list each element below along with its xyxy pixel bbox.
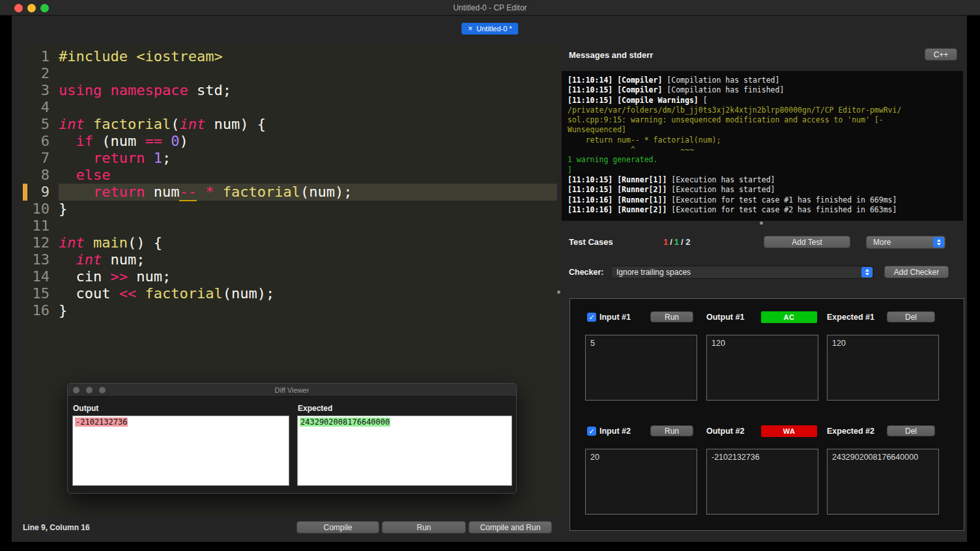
zoom-window-icon[interactable] bbox=[40, 4, 49, 12]
code-line[interactable]: 15 cout << factorial(num); bbox=[23, 285, 557, 302]
code-line[interactable]: 5int factorial(int num) { bbox=[23, 116, 557, 133]
tab-label: Untitled-0 * bbox=[476, 25, 512, 33]
language-button[interactable]: C++ bbox=[925, 48, 957, 61]
console-line: [11:10:16] [Runner[1]] [Execution for te… bbox=[568, 195, 957, 205]
test-case-2: ✓Input #2RunOutput #2WAExpected #2Del20-… bbox=[570, 425, 964, 530]
compile-button[interactable]: Compile bbox=[296, 521, 379, 533]
code-text: else bbox=[59, 167, 557, 184]
gutter-margin bbox=[23, 285, 27, 302]
diff-zoom-icon[interactable] bbox=[99, 387, 106, 393]
diff-output-panel[interactable]: -2102132736 bbox=[72, 416, 289, 486]
tab-untitled-0[interactable]: × Untitled-0 * bbox=[461, 23, 518, 35]
code-line[interactable]: 16} bbox=[23, 302, 557, 319]
line-number: 15 bbox=[27, 285, 50, 302]
code-line[interactable]: 11 bbox=[23, 218, 557, 234]
code-text: int num; bbox=[59, 251, 557, 268]
minimize-window-icon[interactable] bbox=[27, 4, 36, 12]
code-text: int main() { bbox=[59, 234, 557, 251]
gutter-margin bbox=[23, 116, 27, 133]
diff-viewer-title: Diff Viewer bbox=[68, 384, 516, 397]
code-line[interactable]: 1#include <iostream> bbox=[23, 48, 557, 65]
diff-minimize-icon[interactable] bbox=[86, 387, 93, 393]
dropdown-stepper[interactable] bbox=[933, 237, 944, 247]
line-number: 6 bbox=[27, 133, 50, 150]
app-window: Untitled-0 - CP Editor × Untitled-0 * 1#… bbox=[0, 0, 980, 551]
output-label: Output #1 bbox=[706, 311, 744, 323]
gutter-margin bbox=[23, 201, 27, 218]
close-window-icon[interactable] bbox=[14, 4, 23, 12]
traffic-lights bbox=[14, 4, 49, 12]
input-label: Input #2 bbox=[599, 425, 631, 437]
compile-and-run-button[interactable]: Compile and Run bbox=[468, 521, 552, 533]
diff-close-icon[interactable] bbox=[73, 387, 79, 393]
code-line[interactable]: 6 if (num == 0) bbox=[23, 133, 557, 150]
window-title: Untitled-0 - CP Editor bbox=[0, 0, 980, 16]
diff-expected-panel[interactable]: 2432902008176640000 bbox=[297, 416, 512, 486]
code-text bbox=[59, 65, 557, 82]
compiler-console[interactable]: [11:10:14] [Compiler] [Compilation has s… bbox=[562, 71, 963, 221]
code-line[interactable]: 10} bbox=[23, 201, 557, 218]
code-text: return 1; bbox=[59, 150, 557, 167]
run-testcase-1-button[interactable]: Run bbox=[650, 311, 693, 322]
input-textarea[interactable]: 5 bbox=[585, 335, 697, 401]
input-textarea[interactable]: 20 bbox=[585, 449, 697, 515]
chevron-down-icon bbox=[865, 273, 869, 276]
expected-textarea[interactable]: 2432902008176640000 bbox=[827, 449, 939, 515]
checker-dropdown[interactable]: Ignore trailing spaces bbox=[611, 266, 874, 279]
console-line: [11:10:15] [Compile Warnings] [ bbox=[568, 96, 957, 106]
console-line: [11:10:15] [Runner[1]] [Execution has st… bbox=[568, 175, 957, 185]
summary-count: / bbox=[670, 237, 672, 247]
line-number: 16 bbox=[27, 302, 50, 319]
code-line[interactable]: 9 return num-- * factorial(num); bbox=[23, 184, 557, 201]
gutter-margin bbox=[23, 150, 27, 167]
code-line[interactable]: 13 int num; bbox=[23, 251, 557, 268]
code-line[interactable]: 12int main() { bbox=[23, 234, 557, 251]
code-text: } bbox=[59, 201, 557, 218]
code-lines: 1#include <iostream>23using namespace st… bbox=[23, 48, 557, 319]
delete-testcase-2-button[interactable]: Del bbox=[887, 425, 935, 436]
diff-viewer-window[interactable]: Diff Viewer Output Expected -2102132736 … bbox=[67, 383, 517, 494]
code-line[interactable]: 4 bbox=[23, 99, 557, 116]
diff-viewer-titlebar[interactable]: Diff Viewer bbox=[68, 384, 516, 397]
expected-textarea[interactable]: 120 bbox=[827, 335, 939, 401]
test-case-1: ✓Input #1RunOutput #1ACExpected #1Del512… bbox=[570, 311, 964, 416]
output-textarea[interactable]: -2102132736 bbox=[706, 449, 818, 515]
delete-testcase-1-button[interactable]: Del bbox=[887, 311, 935, 322]
line-number: 13 bbox=[27, 251, 50, 268]
code-line[interactable]: 2 bbox=[23, 65, 557, 82]
gutter-margin bbox=[23, 251, 27, 268]
output-textarea[interactable]: 120 bbox=[706, 335, 818, 401]
testcase-2-checkbox[interactable]: ✓ bbox=[587, 427, 596, 436]
code-line[interactable]: 14 cin >> num; bbox=[23, 268, 557, 285]
line-number: 11 bbox=[27, 218, 50, 234]
tab-close-icon[interactable]: × bbox=[468, 23, 472, 35]
testcase-1-checkbox[interactable]: ✓ bbox=[587, 313, 596, 322]
diff-expected-value: 2432902008176640000 bbox=[300, 417, 390, 427]
code-line[interactable]: 3using namespace std; bbox=[23, 82, 557, 99]
dropdown-stepper[interactable] bbox=[861, 267, 872, 277]
horizontal-splitter-handle[interactable] bbox=[760, 221, 763, 225]
add-test-button[interactable]: Add Test bbox=[764, 236, 850, 248]
titlebar: Untitled-0 - CP Editor bbox=[0, 0, 980, 16]
more-dropdown[interactable]: More bbox=[866, 236, 945, 249]
messages-title: Messages and stderr bbox=[569, 50, 653, 60]
code-line[interactable]: 8 else bbox=[23, 167, 557, 184]
add-checker-button[interactable]: Add Checker bbox=[884, 266, 949, 278]
code-text bbox=[59, 218, 557, 234]
warning-line-marker-icon bbox=[23, 184, 27, 201]
code-line[interactable]: 7 return 1; bbox=[23, 150, 557, 167]
code-text: if (num == 0) bbox=[59, 133, 557, 150]
cursor-position-status: Line 9, Column 16 bbox=[23, 523, 90, 532]
run-button[interactable]: Run bbox=[382, 521, 466, 533]
vertical-splitter-handle[interactable] bbox=[557, 290, 560, 294]
verdict-badge[interactable]: WA bbox=[761, 425, 817, 437]
gutter-margin bbox=[23, 268, 27, 285]
test-cases-title: Test Cases bbox=[569, 237, 613, 247]
verdict-badge[interactable]: AC bbox=[761, 311, 817, 323]
test-cases-summary: 1/1/ 2 bbox=[663, 237, 693, 247]
summary-count: 1 bbox=[663, 237, 668, 247]
output-label: Output #2 bbox=[706, 425, 744, 437]
run-testcase-2-button[interactable]: Run bbox=[650, 425, 693, 436]
console-line: [11:10:15] [Compiler] [Compilation has f… bbox=[568, 85, 957, 95]
diff-expected-label: Expected bbox=[298, 404, 332, 413]
